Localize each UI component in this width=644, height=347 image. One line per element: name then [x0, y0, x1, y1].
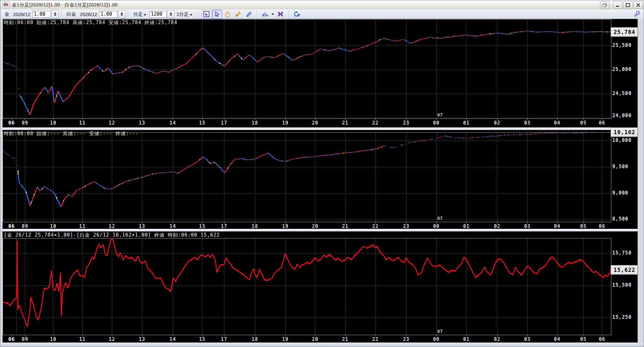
- gold-contract-label: 2026/12: [13, 12, 30, 17]
- pen-annotate-button[interactable]: [244, 10, 254, 19]
- time-tick-label: 04: [554, 223, 560, 229]
- maximize-icon[interactable]: [623, 1, 632, 9]
- time-tick-label: 13: [139, 336, 145, 342]
- time-tick-label: 10: [50, 120, 56, 126]
- time-tick-label: 20: [312, 336, 318, 342]
- toolbar: 金 2026/12 白金 2026/12 分足 1分足: [1, 9, 644, 19]
- gold-time-axis: 0609101112131415171819202122230001020304…: [3, 119, 611, 126]
- chevron-down-icon: [190, 14, 192, 16]
- toolbar-separator: [128, 10, 129, 18]
- time-tick-label: 02: [494, 336, 500, 342]
- chevron-down-icon[interactable]: [272, 13, 274, 15]
- time-tick-label: 23: [403, 120, 409, 126]
- gold-multiplier-input[interactable]: [32, 11, 51, 18]
- time-tick-label: 01: [463, 336, 470, 342]
- time-tick-label: 14: [170, 336, 176, 342]
- time-tick-label: 19: [282, 120, 289, 126]
- chart-cursor-icon: [203, 11, 210, 17]
- time-tick-label: 13: [139, 120, 145, 126]
- toolbar-separator: [198, 10, 199, 18]
- close-icon[interactable]: [633, 1, 643, 9]
- bar-count-input[interactable]: [149, 11, 167, 18]
- wrench-settings-button[interactable]: [634, 10, 641, 18]
- time-tick-label: 00: [433, 336, 439, 342]
- time-tick-label: 22: [372, 120, 379, 126]
- price-tick-label: 15,250: [612, 314, 631, 320]
- toolbar-separator: [61, 10, 62, 18]
- platinum-last-price-box: 10,162: [611, 128, 638, 137]
- spread-time-axis: 0609101112131415171819202122230001020304…: [3, 335, 611, 343]
- time-tick-label: 18: [252, 223, 258, 229]
- time-tick-label: 15: [199, 120, 205, 126]
- price-tick-label: 24,500: [612, 91, 631, 96]
- spread-plot-canvas[interactable]: [3, 238, 611, 335]
- gold-plot-canvas[interactable]: [3, 19, 611, 119]
- time-tick-label: 06: [599, 223, 605, 229]
- bar-count-spinner[interactable]: [167, 10, 174, 18]
- time-tick-label: 17: [221, 336, 227, 342]
- platinum-multiplier-spinner[interactable]: [118, 10, 125, 18]
- remove-study-icon: [277, 11, 284, 17]
- bar-chart-button[interactable]: [260, 10, 270, 19]
- time-tick-label: 15: [199, 223, 205, 229]
- window-right-border: [638, 19, 644, 343]
- time-tick-label: 22: [372, 223, 379, 229]
- time-tick-label: 04: [554, 120, 560, 126]
- pencil-draw-button[interactable]: [233, 10, 243, 19]
- minimize-icon[interactable]: [613, 1, 622, 9]
- chevron-down-icon: [144, 14, 146, 16]
- time-tick-label: 01: [463, 223, 470, 229]
- platinum-contract-label: 2026/12: [80, 12, 97, 17]
- spread-info-line: [金 26/12 25,784×1.00]-[白金 26/12 10,162×1…: [4, 232, 220, 238]
- gold-multiplier-spinner[interactable]: [51, 10, 59, 18]
- chart-cursor-button[interactable]: [202, 10, 212, 19]
- restore-icon[interactable]: [600, 1, 609, 9]
- time-tick-label: 06: [8, 120, 15, 126]
- time-tick-label: 18: [252, 336, 258, 342]
- time-tick-label: 11: [79, 120, 86, 126]
- time-tick-label: 09: [22, 223, 28, 229]
- time-tick-label: 11: [79, 336, 86, 342]
- remove-study-button[interactable]: [276, 10, 286, 19]
- time-tick-label: 14: [170, 223, 176, 229]
- period-type-dropdown[interactable]: 分足: [133, 11, 147, 17]
- reload-cr-button[interactable]: R: [292, 10, 302, 19]
- time-tick-label: 04: [554, 336, 560, 342]
- time-tick-label: 02: [494, 120, 500, 126]
- window-bottom-border: [0, 343, 644, 347]
- time-tick-label: 01: [463, 120, 470, 126]
- time-tick-label: 05: [580, 336, 587, 342]
- window-title: 金1分足[2026/12]1.00 - 白金1分足[2026/12]1.00: [12, 2, 118, 8]
- spread-chart-panel: [金 26/12 25,784×1.00]-[白金 26/12 10,162×1…: [3, 231, 638, 343]
- time-tick-label: 11: [79, 223, 86, 229]
- wrench-icon: [634, 10, 641, 17]
- time-tick-label: 23: [403, 336, 409, 342]
- time-tick-label: 05: [580, 120, 587, 126]
- gold-symbol-label: 金: [4, 11, 9, 17]
- toolbar-separator: [289, 10, 289, 18]
- select-arrow-button[interactable]: [212, 10, 222, 19]
- time-tick-label: 12: [109, 223, 115, 229]
- title-bar[interactable]: 金1分足[2026/12]1.00 - 白金1分足[2026/12]1.00: [1, 0, 644, 10]
- time-tick-label: 06: [599, 120, 605, 126]
- bar-chart-icon: [262, 11, 268, 17]
- platinum-multiplier-input[interactable]: [99, 11, 118, 18]
- platinum-symbol-label: 白金: [66, 11, 76, 17]
- svg-text:R: R: [297, 13, 300, 17]
- time-tick-label: 00: [433, 223, 439, 229]
- price-tick-label: 10,000: [612, 137, 631, 143]
- time-tick-label: 10: [50, 336, 56, 342]
- pencil-draw-icon: [235, 11, 241, 17]
- pan-hand-button[interactable]: [223, 10, 233, 19]
- platinum-plot-canvas[interactable]: [3, 132, 611, 222]
- select-arrow-icon: [214, 11, 220, 17]
- time-tick-label: 15: [199, 336, 205, 342]
- gold-price-axis: 25,784 25,50025,00024,50024,000: [611, 19, 638, 127]
- timeframe-dropdown[interactable]: 1分足: [176, 11, 193, 17]
- price-tick-label: 9,500: [612, 164, 628, 169]
- app-window: 金1分足[2026/12]1.00 - 白金1分足[2026/12]1.00 金…: [0, 0, 644, 347]
- time-tick-label: 09: [22, 120, 28, 126]
- spread-price-axis: 15,622 15,75015,50015,250: [611, 231, 638, 343]
- time-tick-label: 21: [342, 120, 348, 126]
- time-tick-label: 03: [524, 336, 531, 342]
